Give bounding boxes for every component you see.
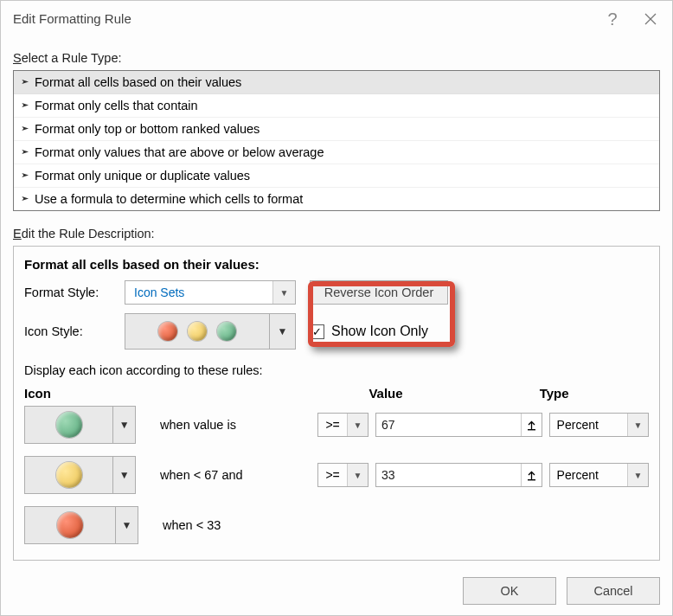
col-type-header: Type [540, 386, 649, 401]
chevron-down-icon: ▼ [269, 314, 295, 349]
icon-rule-row: ▼ when < 33 [24, 506, 649, 544]
type-value: Percent [550, 464, 627, 486]
range-picker-icon [526, 420, 537, 431]
close-icon [644, 13, 657, 25]
ok-label: OK [501, 584, 519, 598]
type-value: Percent [550, 414, 627, 436]
rule-type-text: Use a formula to determine which cells t… [35, 192, 303, 206]
pointer-icon: ➤ [21, 101, 29, 108]
operator-value: >= [318, 464, 347, 486]
operator-combo[interactable]: >= ▼ [317, 463, 369, 487]
value-input[interactable]: 33 [375, 463, 542, 487]
pointer-icon: ➤ [21, 78, 29, 85]
svg-rect-1 [528, 479, 535, 480]
value-input[interactable]: 67 [375, 413, 542, 437]
rule-type-text: Format only top or bottom ranked values [35, 122, 260, 136]
icon-style-combo[interactable]: ▼ [125, 313, 296, 350]
cancel-label: Cancel [593, 584, 632, 598]
icon-style-row: Icon Style: ▼ ✓ Show Icon Only [24, 313, 649, 350]
when-text: when < 33 [163, 518, 298, 532]
type-combo[interactable]: Percent ▼ [549, 413, 649, 437]
dialog-footer: OK Cancel [463, 577, 660, 605]
rule-type-item[interactable]: ➤ Format only unique or duplicate values [14, 164, 659, 188]
when-text: when < 67 and [160, 468, 292, 482]
range-picker-button[interactable] [521, 414, 542, 436]
rule-type-text: Format only cells that contain [35, 99, 198, 112]
help-button[interactable]: ? [594, 6, 631, 32]
icon-style-preview [125, 322, 269, 341]
range-picker-icon [526, 470, 537, 481]
chevron-down-icon: ▼ [115, 507, 138, 543]
content: Select a Rule Type: ➤ Format all cells b… [1, 51, 672, 573]
format-style-combo[interactable]: Icon Sets ▼ [125, 280, 296, 305]
description-box: Format all cells based on their values: … [13, 246, 660, 561]
traffic-green-icon [217, 322, 236, 341]
icon-rule-row: ▼ when value is >= ▼ 67 Percent ▼ [24, 406, 649, 444]
titlebar: Edit Formatting Rule ? [1, 1, 672, 35]
dialog-edit-formatting-rule: Edit Formatting Rule ? Select a Rule Typ… [0, 0, 673, 616]
chevron-down-icon: ▼ [112, 407, 135, 443]
icon-dropdown[interactable]: ▼ [24, 506, 138, 544]
range-picker-button[interactable] [521, 464, 542, 486]
close-button[interactable] [632, 6, 669, 32]
chevron-down-icon: ▼ [627, 414, 648, 436]
rule-type-item[interactable]: ➤ Format only top or bottom ranked value… [14, 118, 659, 141]
icon-dropdown[interactable]: ▼ [24, 456, 136, 494]
type-combo[interactable]: Percent ▼ [549, 463, 649, 487]
columns-header: Icon Value Type [24, 386, 649, 401]
pointer-icon: ➤ [21, 148, 29, 155]
icon-dropdown[interactable]: ▼ [24, 406, 136, 444]
traffic-green-icon [56, 412, 82, 438]
format-style-row: Format Style: Icon Sets ▼ Reverse Icon O… [24, 280, 649, 305]
show-icon-only-checkbox[interactable]: ✓ Show Icon Only [310, 324, 428, 339]
col-value-header: Value [369, 386, 539, 401]
reverse-icon-order-label: Reverse Icon Order [324, 286, 434, 299]
rule-type-item[interactable]: ➤ Format all cells based on their values [14, 71, 659, 94]
chevron-down-icon: ▼ [627, 464, 648, 486]
operator-combo[interactable]: >= ▼ [317, 413, 369, 437]
pointer-icon: ➤ [21, 171, 29, 178]
ok-button[interactable]: OK [463, 577, 556, 605]
reverse-icon-order-button[interactable]: Reverse Icon Order [310, 280, 448, 305]
window-title: Edit Formatting Rule [13, 11, 131, 26]
rule-type-item[interactable]: ➤ Use a formula to determine which cells… [14, 188, 659, 210]
show-icon-only-label: Show Icon Only [331, 324, 428, 339]
traffic-amber-icon [56, 462, 82, 488]
pointer-icon: ➤ [21, 195, 29, 202]
chevron-down-icon: ▼ [112, 457, 135, 493]
operator-value: >= [318, 414, 347, 436]
svg-rect-0 [528, 429, 535, 430]
pointer-icon: ➤ [21, 125, 29, 132]
rule-type-text: Format all cells based on their values [35, 75, 241, 89]
icon-rule-row: ▼ when < 67 and >= ▼ 33 Percent ▼ [24, 456, 649, 494]
value-text: 67 [376, 418, 521, 432]
format-style-value: Icon Sets [125, 286, 272, 299]
icon-style-label: Icon Style: [24, 324, 125, 338]
cancel-button[interactable]: Cancel [567, 577, 660, 605]
description-title: Format all cells based on their values: [24, 257, 649, 272]
display-rules-label: Display each icon according to these rul… [24, 363, 649, 377]
traffic-red-icon [57, 512, 83, 538]
when-text: when value is [160, 418, 292, 432]
traffic-amber-icon [188, 322, 207, 341]
select-rule-type-label: Select a Rule Type: [13, 51, 660, 65]
edit-description-label: Edit the Rule Description: [13, 227, 660, 241]
chevron-down-icon: ▼ [347, 414, 368, 436]
checkbox-icon: ✓ [310, 324, 324, 339]
rule-type-item[interactable]: ➤ Format only values that are above or b… [14, 141, 659, 164]
chevron-down-icon: ▼ [347, 464, 368, 486]
rule-type-text: Format only values that are above or bel… [35, 145, 324, 159]
format-style-label: Format Style: [24, 286, 125, 299]
rule-type-text: Format only unique or duplicate values [35, 169, 250, 183]
traffic-red-icon [158, 322, 177, 341]
value-text: 33 [376, 468, 521, 482]
chevron-down-icon: ▼ [272, 281, 295, 304]
col-icon-header: Icon [24, 386, 302, 401]
rule-type-item[interactable]: ➤ Format only cells that contain [14, 94, 659, 118]
rule-type-list[interactable]: ➤ Format all cells based on their values… [13, 70, 660, 211]
